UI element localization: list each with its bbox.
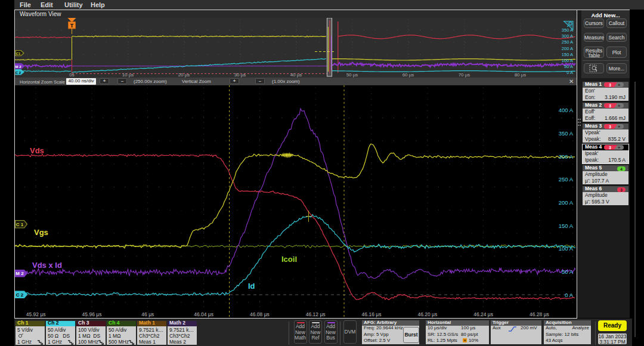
svg-text:300 A: 300 A (559, 153, 574, 160)
svg-text:3: 3 (609, 83, 611, 87)
svg-text:46.12 µs: 46.12 µs (306, 311, 326, 317)
svg-text:C1: C1 (16, 52, 21, 55)
svg-text:350 A: 350 A (559, 130, 574, 137)
svg-text:Vgs: Vgs (34, 228, 48, 237)
svg-text:50 A: 50 A (564, 64, 573, 69)
svg-text:Icoil: Icoil (281, 255, 297, 264)
svg-text:100 A: 100 A (559, 245, 574, 252)
svg-text:250 A: 250 A (562, 39, 573, 45)
svg-text:+: + (618, 82, 621, 87)
svg-text:46 µs: 46 µs (141, 311, 154, 317)
svg-text:4: 4 (620, 167, 623, 171)
svg-text:100 A: 100 A (562, 58, 573, 63)
svg-text:M 2: M 2 (15, 65, 21, 69)
svg-text:M 2: M 2 (16, 271, 24, 276)
svg-text:50 A: 50 A (562, 268, 574, 275)
svg-text:200 A: 200 A (562, 46, 573, 51)
svg-text:200 A: 200 A (559, 199, 574, 206)
svg-text:+: + (618, 124, 621, 129)
svg-text:46.04 µs: 46.04 µs (194, 311, 213, 317)
svg-text:30 µs: 30 µs (234, 72, 246, 78)
svg-text:250 A: 250 A (559, 176, 574, 183)
svg-text:46.24 µs: 46.24 µs (473, 311, 493, 317)
svg-text:70 µs: 70 µs (459, 72, 470, 78)
svg-text:C 2: C 2 (16, 71, 21, 75)
svg-text:C 1: C 1 (16, 222, 24, 227)
svg-text:300 A: 300 A (562, 33, 573, 39)
svg-text:0 A: 0 A (565, 292, 573, 298)
svg-text:400 A: 400 A (559, 107, 574, 113)
svg-text:+: + (618, 103, 621, 108)
svg-text:3: 3 (620, 188, 623, 192)
svg-text:40 µs: 40 µs (290, 72, 302, 78)
svg-text:3: 3 (609, 146, 611, 150)
svg-text:150 A: 150 A (562, 52, 573, 57)
svg-text:C 2: C 2 (16, 292, 24, 298)
svg-text:46.20 µs: 46.20 µs (417, 311, 437, 317)
svg-text:60 µs: 60 µs (402, 72, 414, 78)
svg-text:Vds x Id: Vds x Id (32, 261, 62, 270)
svg-text:0s: 0s (69, 72, 74, 78)
svg-text:46.28 µs: 46.28 µs (530, 311, 549, 317)
svg-text:10 µs: 10 µs (122, 72, 134, 78)
svg-text:+: + (618, 145, 621, 150)
svg-text:46.16 µs: 46.16 µs (362, 311, 382, 317)
svg-text:3: 3 (609, 104, 611, 108)
svg-text:20 µs: 20 µs (178, 72, 190, 78)
svg-text:80 µs: 80 µs (515, 72, 527, 78)
svg-text:350 A: 350 A (562, 27, 573, 33)
svg-text:Vds: Vds (30, 146, 44, 155)
svg-text:46.08 µs: 46.08 µs (250, 311, 270, 317)
svg-text:45.96 µs: 45.96 µs (82, 311, 102, 317)
svg-text:3: 3 (609, 125, 611, 129)
svg-text:150 A: 150 A (559, 223, 574, 229)
svg-text:T: T (70, 23, 74, 29)
svg-text:45.92 µs: 45.92 µs (26, 311, 46, 317)
svg-text:50 µs: 50 µs (346, 72, 358, 78)
svg-text:Id: Id (248, 282, 255, 291)
svg-text:0 A: 0 A (566, 70, 573, 75)
